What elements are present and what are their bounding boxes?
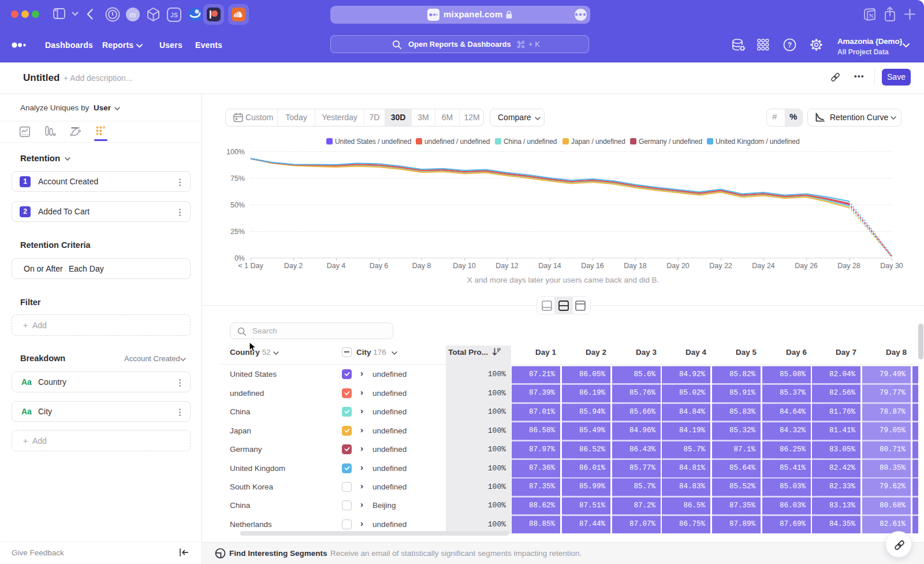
svg-text:N: N xyxy=(869,12,874,19)
svg-text:?: ? xyxy=(788,41,792,49)
svg-text:JS: JS xyxy=(170,12,178,18)
svg-text:m: m xyxy=(130,10,136,19)
